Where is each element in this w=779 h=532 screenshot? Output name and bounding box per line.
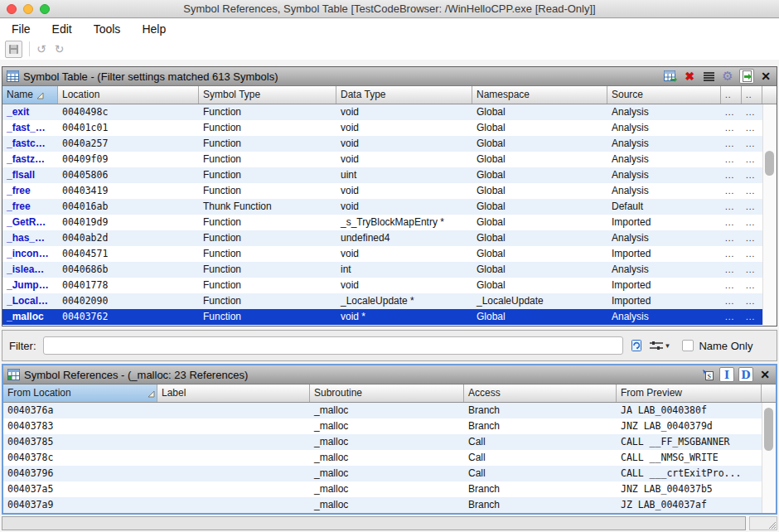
- reference-row[interactable]: 004037a9 _malloc Branch JZ LAB_004037af: [3, 497, 776, 513]
- cell-namespace[interactable]: _LocaleUpdate: [472, 293, 607, 309]
- cell-source[interactable]: Imported: [607, 293, 721, 309]
- close-icon[interactable]: ✕: [758, 69, 773, 84]
- cell-symbol-type[interactable]: Function: [199, 136, 336, 152]
- cell-symbol-type[interactable]: Thunk Function: [199, 199, 336, 215]
- symbol-table-row[interactable]: _free 004016ab Thunk Function void Globa…: [2, 199, 777, 215]
- symbol-table-scrollbar[interactable]: [762, 104, 777, 325]
- gear-icon[interactable]: ⚙: [720, 69, 735, 84]
- cell-name[interactable]: _free: [2, 199, 58, 215]
- cell-access[interactable]: Branch: [464, 481, 617, 497]
- cell-symbol-type[interactable]: Function: [199, 120, 336, 136]
- column-header-label[interactable]: Label: [157, 384, 310, 402]
- cell-location[interactable]: 00401778: [58, 278, 199, 293]
- cell-location[interactable]: 00403762: [58, 309, 199, 325]
- cell-from-location[interactable]: 0040378c: [3, 450, 157, 466]
- cell-namespace[interactable]: Global: [472, 246, 607, 262]
- cell-namespace[interactable]: Global: [472, 262, 607, 278]
- cell-ref2[interactable]: ...: [742, 199, 762, 215]
- cell-namespace[interactable]: Global: [472, 278, 607, 293]
- filter-input[interactable]: [43, 336, 623, 355]
- column-header-namespace[interactable]: Namespace: [472, 86, 607, 104]
- cell-name[interactable]: _fast_…: [2, 120, 58, 136]
- cell-source[interactable]: Analysis: [607, 136, 721, 152]
- cell-name[interactable]: _malloc: [2, 309, 58, 325]
- cell-source[interactable]: Analysis: [607, 120, 721, 136]
- cell-location[interactable]: 00402090: [58, 293, 199, 309]
- symbol-table-row[interactable]: _islea… 0040686b Function int Global Ana…: [2, 262, 777, 278]
- cell-label[interactable]: [157, 450, 310, 466]
- cell-data-type[interactable]: uint: [336, 167, 472, 183]
- cell-ref2[interactable]: ...: [742, 183, 762, 199]
- cell-symbol-type[interactable]: Function: [199, 246, 336, 262]
- cell-from-location[interactable]: 004037a9: [3, 497, 157, 513]
- cell-namespace[interactable]: Global: [472, 167, 607, 183]
- cell-data-type[interactable]: undefined4: [336, 230, 472, 246]
- cell-ref1[interactable]: ...: [721, 262, 742, 278]
- cell-subroutine[interactable]: _malloc: [310, 450, 464, 466]
- cell-namespace[interactable]: Global: [472, 309, 607, 325]
- symbol-table-row[interactable]: _fastz… 00409f09 Function void Global An…: [2, 152, 777, 167]
- column-header-data-type[interactable]: Data Type: [336, 86, 472, 104]
- cell-symbol-type[interactable]: Function: [199, 293, 336, 309]
- cell-source[interactable]: Analysis: [607, 309, 721, 325]
- cell-source[interactable]: Imported: [607, 246, 721, 262]
- cell-access[interactable]: Branch: [464, 403, 617, 418]
- cell-location[interactable]: 004016ab: [58, 199, 199, 215]
- delete-icon[interactable]: ✖: [682, 69, 697, 84]
- cell-label[interactable]: [157, 434, 310, 450]
- cell-name[interactable]: _fastc…: [2, 136, 58, 152]
- cell-symbol-type[interactable]: Function: [199, 183, 336, 199]
- reference-row[interactable]: 004037a5 _malloc Branch JNZ LAB_004037b5: [3, 481, 776, 497]
- cell-name[interactable]: _islea…: [2, 262, 58, 278]
- cell-subroutine[interactable]: _malloc: [310, 434, 464, 450]
- column-header-subroutine[interactable]: Subroutine: [310, 384, 464, 402]
- cell-data-type[interactable]: void: [336, 183, 472, 199]
- column-header-location[interactable]: Location: [58, 86, 199, 104]
- cell-symbol-type[interactable]: Function: [199, 278, 336, 293]
- cell-ref2[interactable]: ...: [742, 309, 762, 325]
- cell-source[interactable]: Analysis: [607, 152, 721, 167]
- cell-location[interactable]: 0040a257: [58, 136, 199, 152]
- cell-symbol-type[interactable]: Function: [199, 309, 336, 325]
- cell-data-type[interactable]: void *: [336, 309, 472, 325]
- cell-ref1[interactable]: ...: [721, 230, 742, 246]
- cell-symbol-type[interactable]: Function: [199, 215, 336, 230]
- cell-location[interactable]: 00403419: [58, 183, 199, 199]
- symbol-table-scrollbar-thumb[interactable]: [765, 151, 774, 176]
- cell-from-preview[interactable]: JZ LAB_004037af: [617, 497, 762, 513]
- cell-from-location[interactable]: 00403785: [3, 434, 157, 450]
- cell-from-preview[interactable]: CALL ___crtExitPro...: [617, 466, 762, 481]
- cell-label[interactable]: [157, 497, 310, 513]
- cell-source[interactable]: Analysis: [607, 230, 721, 246]
- column-header-ref2[interactable]: ..: [742, 86, 762, 104]
- filter-list-icon[interactable]: [701, 69, 716, 84]
- cell-namespace[interactable]: Global: [472, 120, 607, 136]
- cell-namespace[interactable]: Global: [472, 230, 607, 246]
- cell-source[interactable]: Analysis: [607, 262, 721, 278]
- cell-ref1[interactable]: ...: [721, 215, 742, 230]
- cell-ref1[interactable]: ...: [721, 293, 742, 309]
- cell-ref1[interactable]: ...: [721, 167, 742, 183]
- instruction-refs-toggle[interactable]: I: [719, 367, 734, 382]
- cell-symbol-type[interactable]: Function: [199, 230, 336, 246]
- cell-symbol-type[interactable]: Function: [199, 262, 336, 278]
- cell-data-type[interactable]: void: [336, 136, 472, 152]
- menu-file[interactable]: File: [8, 22, 41, 36]
- cell-ref2[interactable]: ...: [742, 215, 762, 230]
- cell-from-location[interactable]: 0040376a: [3, 403, 157, 418]
- cell-ref2[interactable]: ...: [742, 293, 762, 309]
- cell-symbol-type[interactable]: Function: [199, 167, 336, 183]
- redo-icon[interactable]: ↻: [55, 42, 65, 56]
- menu-help[interactable]: Help: [138, 22, 176, 36]
- cell-from-location[interactable]: 004037a5: [3, 481, 157, 497]
- cell-namespace[interactable]: Global: [472, 136, 607, 152]
- cell-source[interactable]: Default: [607, 199, 721, 215]
- references-scrollbar[interactable]: [762, 403, 776, 513]
- cell-from-preview[interactable]: JA LAB_0040380f: [617, 403, 762, 418]
- cell-name[interactable]: _free: [2, 183, 58, 199]
- cell-name[interactable]: _Local…: [2, 293, 58, 309]
- cell-data-type[interactable]: void: [336, 152, 472, 167]
- cell-name[interactable]: _incon…: [2, 246, 58, 262]
- cell-data-type[interactable]: void: [336, 246, 472, 262]
- cell-ref1[interactable]: ...: [721, 104, 742, 120]
